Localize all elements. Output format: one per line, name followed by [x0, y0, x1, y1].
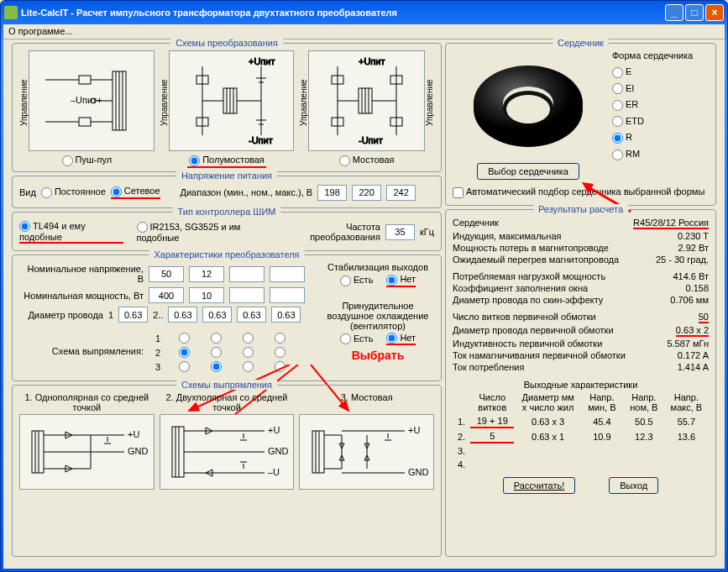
- group-title-rectify: Схемы выпрямления: [176, 380, 277, 390]
- shape-etd[interactable]: ETD: [612, 113, 693, 130]
- auto-core-checkbox[interactable]: Автоматический подбор сердечника выбранн…: [453, 186, 704, 198]
- power-out4-input[interactable]: [270, 287, 305, 303]
- out-row-1: 1. 19 + 19 0.63 x 3 45.4 50.5 55.7: [454, 415, 707, 428]
- shape-er[interactable]: ER: [612, 97, 693, 113]
- out-row-2: 2. 5 0.63 x 1 10.9 12.3 13.6: [454, 430, 707, 443]
- radio-ac[interactable]: Сетевое: [111, 186, 160, 199]
- res-b: 0.230 T: [678, 231, 709, 241]
- wire-d3-input[interactable]: [237, 307, 266, 323]
- group-title-core: Сердечник: [553, 38, 609, 48]
- volt-out1-input[interactable]: [149, 266, 184, 282]
- power-out2-input[interactable]: [189, 287, 224, 303]
- res-pwire: 0.63 x 2: [676, 325, 709, 337]
- rect-1-1[interactable]: [179, 333, 190, 344]
- shape-ei[interactable]: EI: [612, 81, 693, 97]
- radio-stab-yes[interactable]: Есть: [340, 275, 373, 286]
- volt-min-input[interactable]: [317, 185, 347, 201]
- shape-r[interactable]: R: [612, 129, 693, 146]
- close-button[interactable]: ×: [705, 4, 724, 21]
- power-out1-input[interactable]: [149, 287, 184, 303]
- rectify-scheme-3: 3. Мостовая: [299, 392, 434, 493]
- res-ind: 5.587 мГн: [667, 338, 709, 349]
- scheme-fullbridge: Управление +Uпит: [299, 50, 434, 166]
- res-turns: 50: [699, 312, 709, 323]
- svg-rect-61: [172, 427, 184, 477]
- group-core: Сердечник: [445, 43, 716, 206]
- power-out3-input[interactable]: [229, 287, 264, 303]
- rect-3-1[interactable]: [179, 361, 190, 372]
- res-loss: 2.92 Вт: [678, 243, 709, 253]
- res-core: R45/28/12 Россия: [633, 218, 709, 229]
- volt-out4-input[interactable]: [270, 266, 305, 282]
- svg-text:GND: GND: [408, 467, 429, 477]
- radio-dc[interactable]: Постоянное: [41, 186, 106, 198]
- rect-1-4[interactable]: [275, 333, 285, 344]
- wire-d1-input[interactable]: [168, 307, 197, 323]
- ctrl-label: Управление: [425, 50, 434, 155]
- radio-ir2153[interactable]: IR2153, SG3525 и им подобные: [137, 222, 276, 244]
- calc-button[interactable]: Рассчитать!: [503, 477, 575, 494]
- svg-text:+U: +U: [268, 425, 280, 435]
- radio-pushpull[interactable]: Пуш-пул: [60, 153, 114, 166]
- scheme-halfbridge: Управление +Uпит: [160, 50, 295, 166]
- radio-tl494[interactable]: TL494 и ему подобные: [19, 221, 123, 244]
- rect-1-2[interactable]: [211, 333, 222, 344]
- svg-text:-Uпит: -Uпит: [359, 135, 383, 145]
- svg-text:GND: GND: [268, 446, 289, 456]
- rect-1-3[interactable]: [243, 333, 254, 344]
- menu-about[interactable]: О программе...: [8, 26, 72, 36]
- wire-d4-input[interactable]: [271, 307, 301, 323]
- maximize-button[interactable]: □: [685, 4, 704, 21]
- window-title: Lite-CalcIT - Расчет импульсного трансфо…: [21, 8, 397, 18]
- svg-rect-8: [79, 118, 91, 126]
- out-table: Число витков Диаметр мм x число жил Напр…: [453, 390, 709, 472]
- wire-d2-input[interactable]: [202, 307, 232, 323]
- ctrl-label: Управление: [19, 50, 29, 155]
- freq-label: Частота преобразования: [280, 222, 380, 242]
- out-row-4: 4.: [454, 459, 707, 470]
- volt-nom-input[interactable]: [352, 185, 381, 201]
- exit-button[interactable]: Выход: [609, 477, 658, 494]
- svg-text:+Uпит: +Uпит: [359, 56, 385, 66]
- radio-cool-yes[interactable]: Есть: [340, 333, 373, 345]
- wire-d0-input[interactable]: [118, 307, 148, 323]
- rectify-scheme-1: 1. Однополярная со средней точкой +U: [19, 392, 155, 493]
- titlebar: Lite-CalcIT - Расчет импульсного трансфо…: [1, 1, 727, 24]
- voltage-kind-label: Вид: [19, 187, 36, 197]
- volt-max-input[interactable]: [386, 185, 416, 201]
- rect-2-4[interactable]: [275, 347, 285, 358]
- rect-2-3[interactable]: [243, 347, 254, 358]
- radio-stab-no[interactable]: Нет: [386, 274, 416, 287]
- ctrl-label: Управление: [299, 50, 308, 155]
- svg-text:+Uпит: +Uпит: [249, 56, 275, 66]
- select-core-button[interactable]: Выбор сердечника: [477, 163, 579, 180]
- rect-2-2[interactable]: [211, 347, 222, 358]
- svg-text:–U: –U: [268, 467, 280, 477]
- radio-halfbridge[interactable]: Полумостовая: [187, 153, 266, 168]
- freq-input[interactable]: [385, 224, 415, 240]
- res-skin: 0.706 мм: [670, 295, 709, 305]
- res-load: 414.6 Вт: [673, 271, 709, 281]
- out-row-3: 3.: [454, 445, 707, 457]
- radio-cool-no[interactable]: Нет: [386, 333, 416, 346]
- shape-rm[interactable]: RM: [612, 146, 693, 163]
- volt-out3-input[interactable]: [229, 266, 264, 282]
- rect-3-2[interactable]: [211, 361, 222, 372]
- rect-3-3[interactable]: [243, 361, 254, 372]
- shape-e[interactable]: E: [612, 64, 693, 81]
- core-shape-group: Форма сердечника E EI ER ETD R RM: [612, 50, 693, 163]
- rect-2-1[interactable]: [179, 347, 190, 358]
- group-title-params: Характеристики преобразователя: [149, 249, 304, 260]
- out-title: Выходные характеристики: [453, 380, 709, 390]
- group-rectify: Схемы выпрямления 1. Однополярная со сре…: [12, 385, 442, 557]
- svg-text:–Uпит+: –Uпит+: [71, 95, 102, 105]
- svg-text:+U: +U: [128, 429, 139, 439]
- group-params: Характеристики преобразователя Номинальн…: [12, 255, 442, 381]
- res-icons: 1.414 A: [678, 362, 709, 372]
- volt-out2-input[interactable]: [189, 266, 224, 282]
- minimize-button[interactable]: _: [665, 4, 683, 21]
- radio-fullbridge[interactable]: Мостовая: [338, 153, 396, 166]
- wire-label: Диаметр провода: [19, 310, 103, 320]
- rect-3-4[interactable]: [275, 361, 285, 372]
- group-title-voltage: Напряжение питания: [176, 171, 277, 181]
